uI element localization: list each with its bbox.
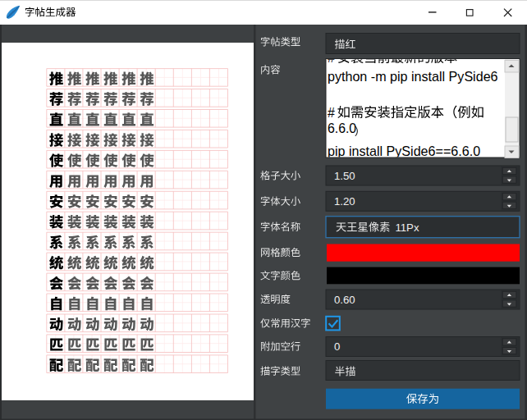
- svg-text:1.50: 1.50: [334, 170, 355, 182]
- svg-text:#: #: [328, 106, 335, 120]
- svg-text:6.6.0: 6.6.0: [328, 121, 356, 135]
- svg-text:1.20: 1.20: [334, 195, 355, 208]
- svg-text:11Px: 11Px: [395, 221, 419, 234]
- svg-text:0: 0: [334, 340, 340, 353]
- svg-text:python -m pip install PySide6: python -m pip install PySide6: [328, 69, 498, 84]
- svg-text:0.60: 0.60: [334, 294, 355, 306]
- svg-text:pip install PySide6==6.6.0: pip install PySide6==6.6.0: [328, 144, 480, 158]
